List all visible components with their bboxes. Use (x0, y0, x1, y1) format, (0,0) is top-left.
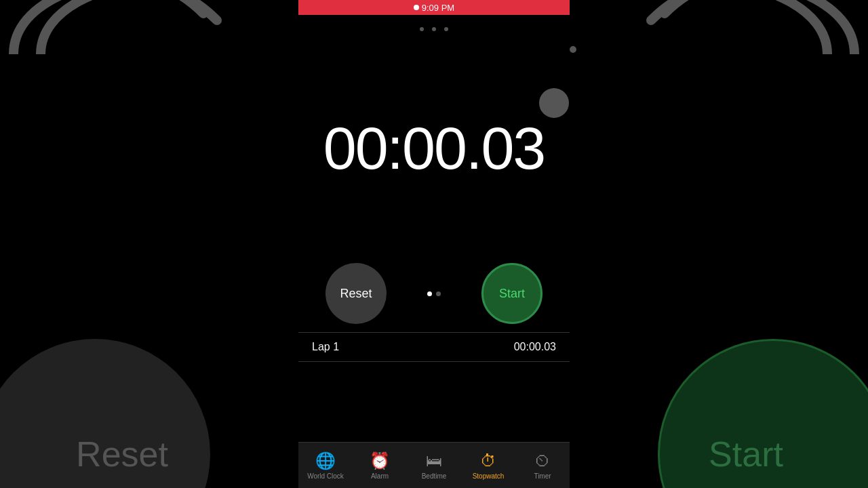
bedtime-label: Bedtime (422, 472, 447, 480)
tab-bar: 🌐 World Clock ⏰ Alarm 🛏 Bedtime ⏱ Stopwa… (298, 442, 570, 488)
dot-indicator-1 (570, 46, 576, 53)
lap-list: Lap 1 00:00.03 (298, 332, 570, 362)
top-right-arc (637, 0, 868, 54)
left-deco-reset: Reset (0, 339, 210, 488)
timer-icon: ⏲ (534, 451, 551, 470)
lap-row-1: Lap 1 00:00.03 (298, 332, 570, 362)
tab-timer[interactable]: ⏲ Timer (515, 451, 570, 480)
page-indicator (427, 291, 441, 296)
top-left-arc (0, 0, 231, 54)
left-deco-label: Reset (76, 434, 168, 474)
world-clock-icon: 🌐 (315, 451, 336, 470)
lap-label-1: Lap 1 (312, 341, 339, 353)
page-dot-3 (444, 27, 448, 31)
right-deco-start: Start (658, 339, 868, 488)
start-button[interactable]: Start (481, 263, 542, 324)
status-bar: 9:09 PM (298, 0, 570, 15)
tab-world-clock[interactable]: 🌐 World Clock (298, 451, 353, 480)
buttons-row: Reset Start (298, 263, 570, 324)
tab-bedtime[interactable]: 🛏 Bedtime (407, 451, 461, 480)
stopwatch-label: Stopwatch (473, 472, 505, 480)
page-dot-2 (432, 27, 436, 31)
world-clock-label: World Clock (307, 472, 344, 480)
circle-indicator (539, 88, 569, 118)
record-indicator (414, 5, 419, 10)
tab-alarm[interactable]: ⏰ Alarm (353, 451, 407, 480)
alarm-icon: ⏰ (370, 451, 390, 470)
timer-value: 00:00.03 (323, 115, 545, 182)
timer-label: Timer (534, 472, 551, 480)
alarm-label: Alarm (371, 472, 389, 480)
page-dot-inactive (436, 291, 441, 296)
page-dot-active (427, 291, 432, 296)
bedtime-icon: 🛏 (426, 451, 442, 470)
timer-display: 00:00.03 (298, 119, 570, 178)
lap-time-1: 00:00.03 (514, 341, 556, 353)
tab-stopwatch[interactable]: ⏱ Stopwatch (461, 451, 515, 480)
page-dots-top (298, 27, 570, 31)
right-deco-label: Start (709, 434, 783, 474)
status-time: 9:09 PM (422, 3, 454, 13)
reset-button[interactable]: Reset (326, 263, 387, 324)
stopwatch-icon: ⏱ (480, 451, 496, 470)
page-dot-1 (420, 27, 424, 31)
